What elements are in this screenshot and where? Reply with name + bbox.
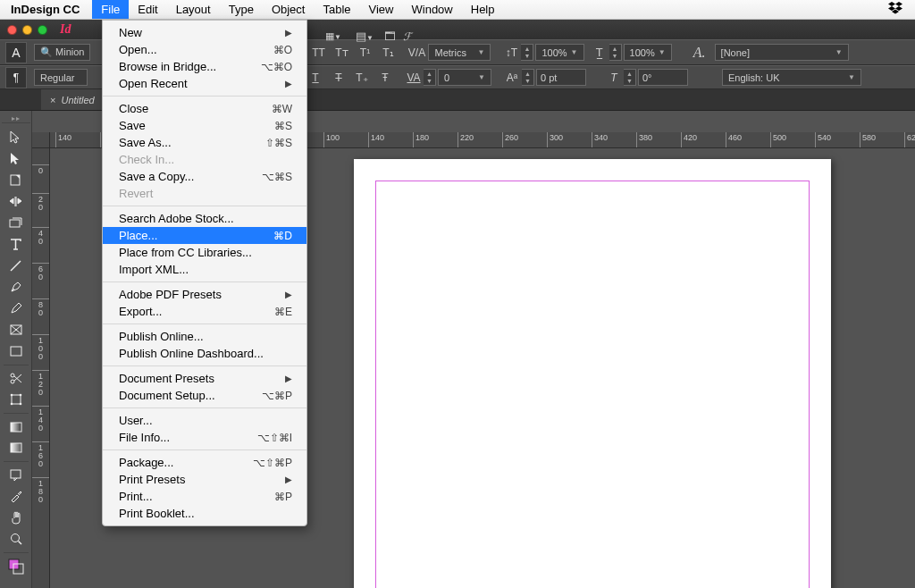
menu-item-save-a-copy[interactable]: Save a Copy...⌥⌘S xyxy=(103,168,306,185)
note-tool[interactable] xyxy=(4,461,29,485)
menu-edit[interactable]: Edit xyxy=(129,0,166,19)
eyedropper-tool[interactable] xyxy=(4,485,29,507)
menu-view[interactable]: View xyxy=(360,0,403,19)
allcaps-icon[interactable]: TT xyxy=(310,45,326,61)
rectangle-frame-tool[interactable] xyxy=(4,319,29,340)
smallcaps-icon[interactable]: Tᴛ xyxy=(333,45,349,61)
font-family-dropdown[interactable]: 🔍 Minion xyxy=(34,44,90,61)
baseline-shift-icon: Aª xyxy=(504,70,520,86)
paragraph-style-dropdown[interactable]: Regular xyxy=(34,69,88,86)
menu-item-save[interactable]: Save⌘S xyxy=(103,117,306,134)
menu-separator xyxy=(103,96,306,97)
free-transform-tool[interactable] xyxy=(4,389,29,410)
sup-icon[interactable]: Ŧ xyxy=(377,70,393,86)
menu-item-browse-in-bridge[interactable]: Browse in Bridge...⌥⌘O xyxy=(103,58,306,75)
bridge-button[interactable]: ▦▼ xyxy=(322,29,345,44)
dropbox-icon[interactable] xyxy=(888,2,915,17)
scissors-tool[interactable] xyxy=(4,365,29,389)
baseline-stepper[interactable]: ▲▼ xyxy=(522,69,534,86)
line-tool[interactable] xyxy=(4,255,29,276)
menu-file[interactable]: File xyxy=(92,0,129,19)
paragraph-formatting-mode-icon[interactable]: ¶ xyxy=(5,67,27,88)
skew-stepper[interactable]: ▲▼ xyxy=(624,69,636,86)
menu-type[interactable]: Type xyxy=(220,0,263,19)
menu-item-import-xml[interactable]: Import XML... xyxy=(103,261,306,278)
svg-rect-11 xyxy=(11,423,21,432)
character-style-dropdown[interactable]: [None]▼ xyxy=(715,44,849,61)
subscript-icon[interactable]: T₁ xyxy=(380,45,396,61)
maximize-window-button[interactable] xyxy=(38,25,47,35)
hruler-tick: 540 xyxy=(815,132,831,147)
close-tab-icon[interactable]: × xyxy=(50,95,55,105)
minimize-window-button[interactable] xyxy=(22,25,32,35)
menu-item-open[interactable]: Open...⌘O xyxy=(103,41,306,58)
fill-stroke-swatch[interactable] xyxy=(4,552,29,576)
document-page[interactable] xyxy=(354,159,831,588)
menu-item-publish-online[interactable]: Publish Online... xyxy=(103,328,306,345)
arrange-documents-button[interactable]: ℱ xyxy=(403,30,411,43)
ruler-origin[interactable] xyxy=(32,132,50,148)
hscale-field[interactable]: 100%▼ xyxy=(535,44,583,61)
content-collector-tool[interactable] xyxy=(4,212,29,233)
menu-item-publish-online-dashboard[interactable]: Publish Online Dashboard... xyxy=(103,345,306,362)
vertical-ruler[interactable]: 020406080100120140160180 xyxy=(32,148,50,588)
tracking-field[interactable]: 0▼ xyxy=(438,69,491,86)
panel-grip-icon[interactable]: ▸▸ xyxy=(2,114,30,123)
svg-point-10 xyxy=(19,403,21,406)
menu-item-save-as[interactable]: Save As...⇧⌘S xyxy=(103,134,306,151)
menu-item-document-presets[interactable]: Document Presets▶ xyxy=(103,370,306,387)
menu-item-open-recent[interactable]: Open Recent▶ xyxy=(103,75,306,92)
screen-mode-button[interactable]: 🗔 xyxy=(384,29,396,43)
pen-tool[interactable] xyxy=(4,276,29,298)
direct-selection-tool[interactable] xyxy=(4,147,29,169)
vruler-tick: 140 xyxy=(32,406,49,433)
underline-icon[interactable]: T xyxy=(307,70,323,86)
sub-icon[interactable]: T₊ xyxy=(354,70,370,86)
close-window-button[interactable] xyxy=(7,25,17,35)
kerning-dropdown[interactable]: Metrics▼ xyxy=(428,44,491,61)
baseline-field[interactable]: 0 pt xyxy=(536,69,586,86)
zoom-tool[interactable] xyxy=(4,528,29,550)
skew-field[interactable]: 0° xyxy=(638,69,688,86)
menu-item-export[interactable]: Export...⌘E xyxy=(103,303,306,320)
hand-tool[interactable] xyxy=(4,507,29,528)
gap-tool[interactable] xyxy=(4,190,29,212)
menu-item-check-in: Check In... xyxy=(103,151,306,168)
horizontal-scale-icon: ↕T xyxy=(503,45,519,61)
strikethrough-icon[interactable]: T xyxy=(331,70,347,86)
menu-item-close[interactable]: Close⌘W xyxy=(103,100,306,117)
character-formatting-mode-icon[interactable]: A xyxy=(5,42,27,63)
menu-item-adobe-pdf-presets[interactable]: Adobe PDF Presets▶ xyxy=(103,286,306,303)
menu-item-file-info[interactable]: File Info...⌥⇧⌘I xyxy=(103,429,306,446)
menu-help[interactable]: Help xyxy=(462,0,504,19)
menu-table[interactable]: Table xyxy=(314,0,359,19)
menu-item-user[interactable]: User... xyxy=(103,412,306,429)
menu-item-package[interactable]: Package...⌥⇧⌘P xyxy=(103,454,306,471)
view-options-button[interactable]: ▤▼ xyxy=(352,28,377,45)
type-tool[interactable] xyxy=(4,233,29,255)
menu-layout[interactable]: Layout xyxy=(167,0,220,19)
rectangle-tool[interactable] xyxy=(4,340,29,362)
tracking-stepper[interactable]: ▲▼ xyxy=(424,69,436,86)
gradient-feather-tool[interactable] xyxy=(4,437,29,458)
menu-item-search-adobe-stock[interactable]: Search Adobe Stock... xyxy=(103,210,306,227)
page-tool[interactable] xyxy=(4,169,29,190)
menu-item-print-booklet[interactable]: Print Booklet... xyxy=(103,505,306,522)
language-dropdown[interactable]: English: UK▼ xyxy=(722,69,861,86)
menu-item-document-setup[interactable]: Document Setup...⌥⌘P xyxy=(103,387,306,404)
superscript-icon[interactable]: T¹ xyxy=(357,45,373,61)
menu-item-place[interactable]: Place...⌘D xyxy=(103,227,306,244)
menu-item-print[interactable]: Print...⌘P xyxy=(103,488,306,505)
menu-object[interactable]: Object xyxy=(263,0,315,19)
vscale-stepper[interactable]: ▲▼ xyxy=(609,44,622,61)
gradient-swatch-tool[interactable] xyxy=(4,413,29,437)
pencil-tool[interactable] xyxy=(4,298,29,319)
vscale-field[interactable]: 100%▼ xyxy=(624,44,672,61)
hscale-stepper[interactable]: ▲▼ xyxy=(521,44,533,61)
document-tab[interactable]: × Untitled xyxy=(41,89,105,110)
menu-window[interactable]: Window xyxy=(403,0,462,19)
menu-item-print-presets[interactable]: Print Presets▶ xyxy=(103,471,306,488)
menu-item-place-from-cc-libraries[interactable]: Place from CC Libraries... xyxy=(103,244,306,261)
menu-item-new[interactable]: New▶ xyxy=(103,24,306,41)
selection-tool[interactable] xyxy=(4,126,29,147)
